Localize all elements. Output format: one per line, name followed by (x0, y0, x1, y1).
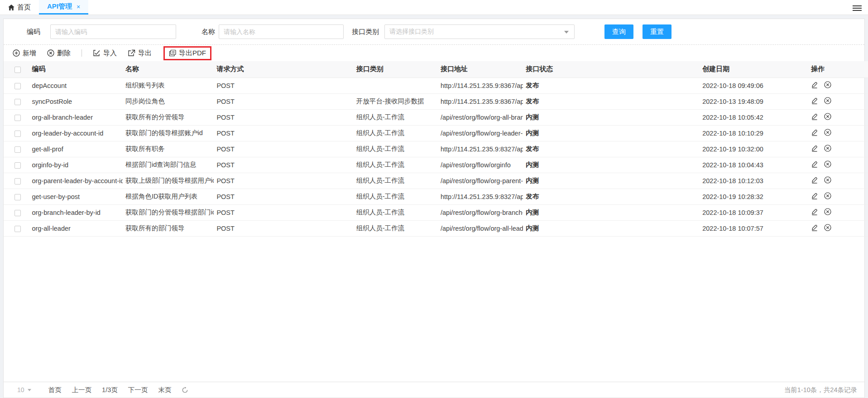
refresh-icon[interactable] (182, 387, 188, 393)
name-input[interactable] (219, 24, 344, 39)
api-management-page: 首页 API管理 × 编码 名称 接口类别 请选择接口类别 查询 重置 (0, 0, 868, 398)
delete-row-icon[interactable] (824, 160, 831, 168)
row-checkbox[interactable] (14, 131, 21, 137)
row-checkbox[interactable] (14, 178, 21, 184)
select-all-checkbox[interactable] (14, 67, 21, 73)
edit-icon[interactable] (811, 192, 818, 199)
edit-icon[interactable] (811, 145, 818, 152)
add-button[interactable]: 新增 (13, 49, 36, 58)
delete-row-icon[interactable] (824, 81, 831, 88)
delete-row-icon[interactable] (824, 224, 831, 231)
delete-row-icon[interactable] (824, 113, 831, 120)
cell-category: 开放平台-接收同步数据 (354, 93, 438, 109)
cell-name: 获取所有的部门领导 (123, 220, 214, 236)
cell-address: http://114.251.235.9:8327/api/... (438, 141, 523, 157)
document-icon (169, 49, 176, 57)
cell-category: 组织人员-工作流 (354, 109, 438, 125)
menu-icon[interactable] (853, 4, 862, 12)
cell-created-date: 2022-10-18 09:49:06 (700, 78, 808, 93)
cell-address: http://114.251.235.9:8367/api/... (438, 93, 523, 109)
cell-category: 组织人员-工作流 (354, 141, 438, 157)
tab-close-icon[interactable]: × (77, 3, 80, 10)
row-checkbox[interactable] (14, 99, 21, 105)
edit-icon[interactable] (811, 97, 818, 104)
cell-created-date: 2022-10-18 10:05:42 (700, 109, 808, 125)
cell-method: POST (214, 78, 353, 93)
delete-button-label: 删除 (57, 49, 71, 58)
delete-row-icon[interactable] (824, 145, 831, 152)
edit-icon[interactable] (811, 129, 818, 136)
first-page-button[interactable]: 首页 (48, 386, 62, 394)
edit-icon[interactable] (811, 81, 818, 88)
edit-icon[interactable] (811, 160, 818, 168)
cell-created-date: 2022-10-19 10:28:32 (700, 189, 808, 204)
table-body: depAccount 组织账号列表 POST http://114.251.23… (4, 78, 868, 236)
page-size-select[interactable]: 10 (17, 386, 31, 393)
edit-icon[interactable] (811, 113, 818, 120)
column-header: 接口类别 (354, 61, 438, 78)
cell-created-date: 2022-10-13 19:48:09 (700, 93, 808, 109)
add-button-label: 新增 (23, 49, 36, 58)
cell-method: POST (214, 109, 353, 125)
reset-button[interactable]: 重置 (643, 24, 671, 39)
cell-code: get-all-prof (29, 141, 123, 157)
row-checkbox[interactable] (14, 115, 21, 121)
cell-address: /api/rest/org/flow/orginfo (438, 157, 523, 173)
next-page-button[interactable]: 下一页 (128, 386, 148, 394)
cell-method: POST (214, 141, 353, 157)
cell-name: 获取部门的领导根据账户id (123, 125, 214, 141)
table-row: get-user-by-post 根据角色ID获取用户列表 POST 组织人员-… (4, 189, 868, 204)
row-checkbox[interactable] (14, 210, 21, 216)
cell-created-date: 2022-10-18 10:07:57 (700, 220, 808, 236)
cell-code: org-leader-by-account-id (29, 125, 123, 141)
row-checkbox[interactable] (14, 83, 21, 89)
export-pdf-button-label: 导出PDF (179, 49, 206, 58)
cell-address: /api/rest/org/flow/org-branch-l... (438, 204, 523, 220)
code-label: 编码 (27, 28, 40, 36)
row-checkbox[interactable] (14, 146, 21, 153)
toolbar: 新增 删除 导入 导出 (4, 44, 864, 61)
cell-address: http://114.251.235.9:8367/api/... (438, 78, 523, 93)
edit-icon[interactable] (811, 176, 818, 184)
row-checkbox[interactable] (14, 226, 21, 232)
row-checkbox[interactable] (14, 162, 21, 169)
delete-row-icon[interactable] (824, 129, 831, 136)
query-button[interactable]: 查询 (604, 24, 633, 39)
cell-method: POST (214, 204, 353, 220)
export-pdf-button[interactable]: 导出PDF (163, 46, 211, 60)
cell-name: 获取所有的分管领导 (123, 109, 214, 125)
chevron-down-icon (564, 31, 569, 34)
delete-row-icon[interactable] (824, 97, 831, 104)
delete-row-icon[interactable] (824, 208, 831, 215)
cell-code: orginfo-by-id (29, 157, 123, 173)
tab-api-management[interactable]: API管理 × (39, 0, 88, 15)
cell-method: POST (214, 93, 353, 109)
row-checkbox[interactable] (14, 194, 21, 200)
delete-button[interactable]: 删除 (47, 49, 71, 58)
page-size-value: 10 (17, 386, 24, 393)
table-row: org-all-branch-leader 获取所有的分管领导 POST 组织人… (4, 109, 868, 125)
cell-code: org-all-branch-leader (29, 109, 123, 125)
tab-home[interactable]: 首页 (0, 0, 39, 15)
cell-method: POST (214, 173, 353, 189)
cell-status: 内测 (523, 220, 700, 236)
circle-plus-icon (13, 49, 20, 57)
cell-status: 内测 (523, 109, 700, 125)
export-icon (128, 49, 135, 57)
category-select[interactable]: 请选择接口类别 (384, 24, 575, 39)
cell-address: /api/rest/org/flow/org-leader-b... (438, 125, 523, 141)
cell-created-date: 2022-10-18 10:09:37 (700, 204, 808, 220)
edit-icon[interactable] (811, 224, 818, 231)
content-panel: 编码 名称 接口类别 请选择接口类别 查询 重置 新增 (3, 19, 865, 398)
code-input[interactable] (50, 24, 176, 39)
prev-page-button[interactable]: 上一页 (72, 386, 92, 394)
table-header-row: 编码名称请求方式接口类别接口地址接口状态创建日期操作 (4, 61, 868, 78)
last-page-button[interactable]: 末页 (158, 386, 171, 394)
cell-code: org-branch-leader-by-id (29, 204, 123, 220)
delete-row-icon[interactable] (824, 176, 831, 184)
delete-row-icon[interactable] (824, 192, 831, 199)
export-button[interactable]: 导出 (128, 49, 152, 58)
import-button[interactable]: 导入 (93, 49, 117, 58)
cell-created-date: 2022-10-19 10:32:00 (700, 141, 808, 157)
edit-icon[interactable] (811, 208, 818, 215)
